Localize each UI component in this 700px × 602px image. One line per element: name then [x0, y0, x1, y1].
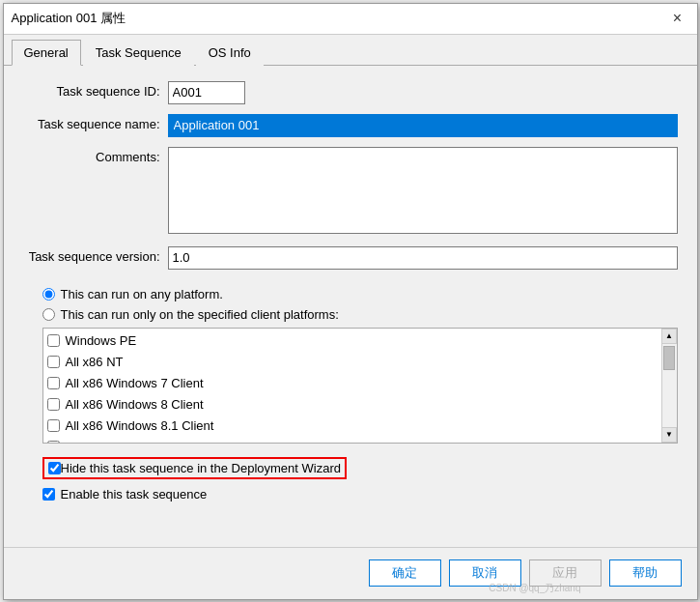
radio-specified-platform-label: This can run only on the specified clien…: [61, 307, 339, 322]
platform-list: Windows PE All x86 NT All x86 Windows 7 …: [43, 329, 661, 444]
task-sequence-id-row: Task sequence ID:: [23, 81, 678, 104]
task-sequence-id-field: [168, 81, 678, 104]
task-sequence-id-label: Task sequence ID:: [23, 81, 168, 99]
title-bar: Application 001 属性 ×: [4, 4, 697, 35]
list-item: All x86 Windows 10 Client: [47, 437, 658, 444]
platform-list-container: Windows PE All x86 NT All x86 Windows 7 …: [42, 328, 678, 444]
comments-label: Comments:: [23, 147, 168, 164]
comments-field: [168, 147, 678, 237]
hide-checkbox-label: Hide this task sequence in the Deploymen…: [61, 461, 341, 475]
help-button[interactable]: 帮助: [609, 559, 682, 587]
scroll-down-arrow[interactable]: ▼: [661, 427, 677, 443]
task-sequence-name-label: Task sequence name:: [23, 114, 168, 131]
platform-list-inner: Windows PE All x86 NT All x86 Windows 7 …: [42, 328, 678, 444]
radio-specified-platform[interactable]: [42, 308, 55, 321]
enable-checkbox-row: Enable this task sequence: [23, 487, 678, 502]
task-sequence-version-row: Task sequence version:: [23, 246, 678, 270]
dialog-footer: 确定 取消 应用 帮助 CSDN @qq_乃zhanq: [4, 547, 697, 599]
comments-row: Comments:: [23, 147, 678, 237]
list-item: All x86 Windows 8.1 Client: [47, 416, 658, 437]
task-sequence-name-input[interactable]: [168, 114, 678, 137]
platform-checkbox-all-x86-nt[interactable]: [47, 356, 60, 368]
platform-checkbox-win8-x86[interactable]: [47, 398, 60, 411]
list-item: All x86 NT: [47, 352, 658, 373]
dialog-content: Task sequence ID: Task sequence name: Co…: [4, 66, 697, 547]
tab-general[interactable]: General: [12, 40, 81, 66]
close-button[interactable]: ×: [666, 7, 689, 30]
radio-any-platform[interactable]: [42, 288, 55, 301]
scroll-thumb[interactable]: [663, 346, 675, 370]
platform-checkbox-windows-pe[interactable]: [47, 334, 60, 347]
watermark: CSDN @qq_乃zhanq: [489, 582, 580, 595]
scroll-thumb-area: [661, 344, 677, 427]
radio-specified-platform-row: This can run only on the specified clien…: [23, 307, 678, 322]
task-sequence-version-input[interactable]: [168, 246, 678, 270]
tab-task-sequence[interactable]: Task Sequence: [83, 40, 194, 66]
hide-checkbox[interactable]: [48, 462, 61, 474]
task-sequence-name-field: [168, 114, 678, 137]
task-sequence-version-label: Task sequence version:: [23, 246, 168, 264]
hide-checkbox-wrapper: Hide this task sequence in the Deploymen…: [23, 457, 678, 483]
enable-checkbox-label: Enable this task sequence: [61, 487, 208, 502]
radio-any-platform-label: This can run on any platform.: [61, 287, 223, 301]
tab-bar: General Task Sequence OS Info: [4, 35, 697, 66]
tab-os-info[interactable]: OS Info: [196, 40, 264, 66]
list-item: Windows PE: [47, 330, 658, 352]
dialog-window: Application 001 属性 × General Task Sequen…: [3, 3, 698, 600]
comments-textarea[interactable]: [168, 147, 678, 234]
hide-checkbox-highlight: Hide this task sequence in the Deploymen…: [42, 457, 347, 479]
task-sequence-id-input[interactable]: [168, 81, 245, 104]
enable-checkbox[interactable]: [42, 488, 55, 501]
platform-checkbox-win81-x86[interactable]: [47, 419, 60, 432]
list-item: All x86 Windows 7 Client: [47, 373, 658, 394]
dialog-title: Application 001 属性: [12, 10, 126, 27]
task-sequence-version-field: [168, 246, 678, 270]
platform-checkbox-win7-x86[interactable]: [47, 377, 60, 389]
list-item: All x86 Windows 8 Client: [47, 394, 658, 416]
platform-checkbox-win10-x86[interactable]: [47, 441, 60, 444]
ok-button[interactable]: 确定: [369, 559, 441, 587]
task-sequence-name-row: Task sequence name:: [23, 114, 678, 137]
platform-scrollbar[interactable]: ▲ ▼: [661, 329, 677, 443]
scroll-up-arrow[interactable]: ▲: [661, 329, 677, 344]
radio-any-platform-row: This can run on any platform.: [23, 287, 678, 301]
